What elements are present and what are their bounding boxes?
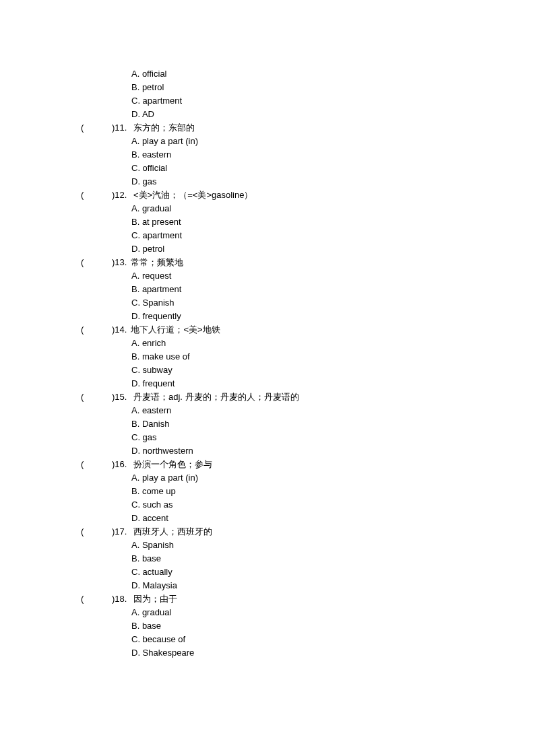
question-line: ()16. 扮演一个角色；参与 bbox=[81, 458, 535, 471]
option-line: C. Spanish bbox=[81, 296, 535, 310]
question-line: ()13.常常；频繁地 bbox=[81, 256, 535, 269]
option-line: C. because of bbox=[81, 633, 535, 646]
option-line: D. gas bbox=[81, 175, 535, 188]
option-line: B. base bbox=[81, 552, 535, 565]
option-line: B. petrol bbox=[81, 81, 535, 94]
option-line: C. official bbox=[81, 162, 535, 175]
option-line: A. Spanish bbox=[81, 539, 535, 552]
option-line: D. frequent bbox=[81, 377, 535, 390]
option-line: A. eastern bbox=[81, 404, 535, 417]
question-line: ()12. <美>汽油；（=<美>gasoline） bbox=[81, 188, 535, 202]
option-line: C. actually bbox=[81, 565, 535, 579]
option-line: A. play a part (in) bbox=[81, 471, 535, 485]
question-line: ()14.地下人行道；<美>地铁 bbox=[81, 323, 535, 337]
option-line: B. come up bbox=[81, 485, 535, 498]
option-line: A. enrich bbox=[81, 337, 535, 350]
question-line: ()17. 西班牙人；西班牙的 bbox=[81, 525, 535, 539]
option-line: D. northwestern bbox=[81, 444, 535, 458]
option-line: C. apartment bbox=[81, 94, 535, 108]
option-line: A. gradual bbox=[81, 202, 535, 215]
option-line: B. Danish bbox=[81, 417, 535, 431]
option-line: B. base bbox=[81, 619, 535, 633]
option-line: B. apartment bbox=[81, 283, 535, 296]
option-line: A. gradual bbox=[81, 606, 535, 619]
option-line: D. accent bbox=[81, 512, 535, 525]
option-line: C. such as bbox=[81, 498, 535, 512]
option-line: A. request bbox=[81, 269, 535, 283]
question-line: ()11. 东方的；东部的 bbox=[81, 121, 535, 135]
option-line: D. petrol bbox=[81, 242, 535, 256]
option-line: B. eastern bbox=[81, 148, 535, 162]
option-line: D. frequently bbox=[81, 310, 535, 323]
option-line: D. Malaysia bbox=[81, 579, 535, 592]
option-line: A. play a part (in) bbox=[81, 135, 535, 148]
option-line: D. AD bbox=[81, 108, 535, 121]
option-line: A. official bbox=[81, 67, 535, 81]
option-line: D. Shakespeare bbox=[81, 646, 535, 660]
option-line: B. make use of bbox=[81, 350, 535, 364]
page-content: A. official B. petrol C. apartment D. AD… bbox=[0, 0, 535, 660]
option-line: C. gas bbox=[81, 431, 535, 444]
option-line: C. subway bbox=[81, 364, 535, 377]
option-line: C. apartment bbox=[81, 229, 535, 242]
question-line: ()15. 丹麦语；adj. 丹麦的；丹麦的人；丹麦语的 bbox=[81, 390, 535, 404]
question-line: ()18. 因为；由于 bbox=[81, 592, 535, 606]
option-line: B. at present bbox=[81, 215, 535, 229]
